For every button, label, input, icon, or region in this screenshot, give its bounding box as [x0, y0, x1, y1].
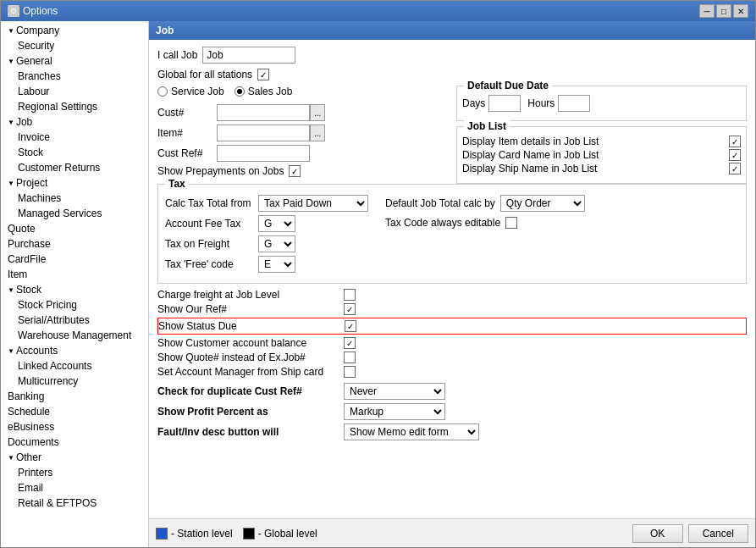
i-call-job-input[interactable]: [202, 47, 295, 64]
display-item-checkbox[interactable]: [729, 136, 741, 147]
item-ellipsis-button[interactable]: ...: [310, 125, 325, 141]
tax-section: Tax Calc Tax Total from Tax Paid Down Ta…: [157, 184, 747, 284]
sidebar-item-printers[interactable]: Printers: [1, 465, 148, 480]
minimize-button[interactable]: ─: [699, 4, 715, 18]
tax-title: Tax: [165, 178, 189, 190]
charge-freight-checkbox[interactable]: [344, 289, 356, 301]
hours-input[interactable]: [558, 95, 590, 112]
sidebar-item-project[interactable]: ▼ Project: [1, 175, 148, 191]
sidebar-item-labour[interactable]: Labour: [1, 84, 148, 99]
tax-freight-row: Tax on Freight GEN: [165, 235, 368, 252]
item-input[interactable]: [217, 125, 310, 141]
calc-tax-select[interactable]: Tax Paid Down Tax Calculated None: [258, 195, 368, 212]
triangle-icon: ▼: [8, 27, 14, 35]
sidebar-item-purchase[interactable]: Purchase: [1, 236, 148, 252]
sidebar-item-retail[interactable]: Retail & EFTPOS: [1, 495, 148, 511]
tax-freight-select[interactable]: GEN: [258, 235, 295, 252]
sidebar-item-security[interactable]: Security: [1, 38, 148, 53]
show-status-due-checkbox[interactable]: [345, 320, 356, 332]
sidebar-item-regional[interactable]: Regional Settings: [1, 99, 148, 114]
station-label: - Station level: [171, 528, 233, 540]
sidebar-item-stock-pricing[interactable]: Stock Pricing: [1, 297, 148, 313]
sidebar-item-job[interactable]: ▼ Job: [1, 114, 148, 130]
i-call-job-row: I call Job: [157, 47, 747, 64]
show-our-ref-label: Show Our Ref#: [157, 303, 344, 315]
sidebar-item-email[interactable]: Email: [1, 480, 148, 495]
set-account-row: Set Account Manager from Ship card: [157, 366, 747, 378]
tax-free-select[interactable]: EGN: [258, 256, 295, 273]
check-duplicate-select[interactable]: NeverAlwaysWarn: [344, 383, 445, 400]
job-list-section: Job List Display Item details in Job Lis…: [456, 126, 747, 184]
maximize-button[interactable]: □: [716, 4, 731, 18]
show-status-due-label: Show Status Due: [158, 320, 345, 332]
account-fee-row: Account Fee Tax GEN: [165, 215, 368, 232]
default-job-total-select[interactable]: Qty OrderQty Shipped: [500, 195, 585, 212]
sidebar-item-company[interactable]: ▼ Company: [1, 23, 148, 38]
sidebar-item-other[interactable]: ▼ Other: [1, 450, 148, 465]
left-column: Service Job Sales Job Cust# ...: [157, 86, 448, 184]
cust-ref-input[interactable]: [217, 145, 310, 162]
due-date-row: Days Hours: [462, 95, 741, 112]
display-ship-label: Display Ship Name in Job List: [462, 163, 729, 174]
sidebar-item-invoice[interactable]: Invoice: [1, 130, 148, 145]
show-customer-balance-checkbox[interactable]: [344, 337, 356, 349]
sales-job-radio[interactable]: [235, 86, 245, 97]
display-card-checkbox[interactable]: [729, 149, 741, 161]
cust-input[interactable]: [217, 104, 310, 121]
sidebar-item-quote[interactable]: Quote: [1, 221, 148, 236]
triangle-icon: ▼: [8, 180, 14, 187]
sidebar-item-cardfile[interactable]: CardFile: [1, 252, 148, 267]
sidebar-item-multicurrency[interactable]: Multicurrency: [1, 374, 148, 389]
sidebar-item-machines[interactable]: Machines: [1, 191, 148, 206]
days-label: Days: [462, 97, 485, 109]
fault-inv-select[interactable]: Show Memo edit formOpen Document: [344, 423, 479, 440]
item-label: Item#: [157, 127, 217, 139]
station-legend-box: [156, 528, 168, 540]
sidebar-item-customer-returns[interactable]: Customer Returns: [1, 160, 148, 175]
triangle-icon: ▼: [8, 58, 14, 65]
show-profit-row: Show Profit Percent as MarkupMargin: [157, 403, 747, 420]
display-ship-checkbox[interactable]: [729, 163, 741, 174]
show-quote-checkbox[interactable]: [344, 351, 356, 363]
sidebar-item-managed-services[interactable]: Managed Services: [1, 206, 148, 221]
global-legend: - Global level: [243, 528, 317, 540]
days-input[interactable]: [488, 95, 521, 112]
sidebar-item-accounts[interactable]: ▼ Accounts: [1, 343, 148, 358]
display-card-row: Display Card Name in Job List: [462, 149, 741, 161]
service-job-label: Service Job: [171, 86, 224, 97]
tax-code-editable-checkbox[interactable]: [505, 217, 517, 229]
sidebar-label: Project: [16, 177, 47, 189]
ok-button[interactable]: OK: [632, 524, 683, 543]
sidebar-item-stock[interactable]: Stock: [1, 145, 148, 160]
sidebar-item-stock-group[interactable]: ▼ Stock: [1, 282, 148, 297]
close-button[interactable]: ✕: [733, 4, 748, 18]
show-customer-balance-row: Show Customer account balance: [157, 337, 747, 349]
sidebar-item-branches[interactable]: Branches: [1, 69, 148, 84]
sidebar-item-ebusiness[interactable]: eBusiness: [1, 419, 148, 435]
sidebar-item-item[interactable]: Item: [1, 267, 148, 282]
item-row: Item# ...: [157, 125, 448, 141]
service-job-radio[interactable]: [157, 86, 168, 97]
global-checkbox[interactable]: [257, 69, 269, 80]
set-account-checkbox[interactable]: [344, 366, 356, 378]
cust-ref-label: Cust Ref#: [157, 147, 217, 159]
sidebar-item-schedule[interactable]: Schedule: [1, 404, 148, 419]
calc-tax-label: Calc Tax Total from: [165, 197, 258, 209]
show-prepayments-row: Show Prepayments on Jobs: [157, 165, 448, 177]
sidebar-item-serial-attr[interactable]: Serial/Attributes: [1, 313, 148, 328]
panel-header: Job: [149, 21, 755, 40]
sidebar-item-general[interactable]: ▼ General: [1, 53, 148, 69]
show-our-ref-checkbox[interactable]: [344, 303, 356, 315]
show-prepayments-checkbox[interactable]: [289, 165, 301, 177]
sidebar: ▼ Company Security ▼ General Branches La…: [1, 21, 149, 547]
cancel-button[interactable]: Cancel: [688, 524, 748, 543]
show-status-due-row: Show Status Due: [157, 318, 747, 335]
sidebar-item-banking[interactable]: Banking: [1, 389, 148, 404]
sidebar-item-warehouse[interactable]: Warehouse Management: [1, 328, 148, 343]
due-date-title: Default Due Date: [464, 80, 552, 91]
cust-ellipsis-button[interactable]: ...: [310, 104, 325, 121]
sidebar-item-documents[interactable]: Documents: [1, 435, 148, 450]
show-profit-select[interactable]: MarkupMargin: [344, 403, 445, 420]
account-fee-select[interactable]: GEN: [258, 215, 295, 232]
sidebar-item-linked-accounts[interactable]: Linked Accounts: [1, 358, 148, 374]
